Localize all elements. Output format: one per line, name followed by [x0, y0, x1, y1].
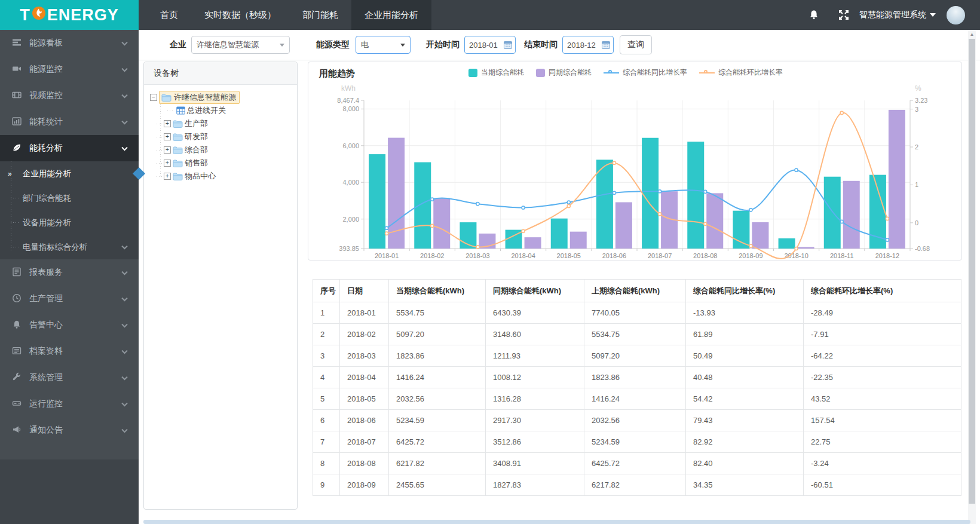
vertical-scrollbar[interactable]: ▲	[968, 30, 976, 524]
tree-root-selected[interactable]: 许继信息智慧能源	[159, 91, 240, 104]
table-row-6: 62018-065234.592917.302032.5679.43157.54	[313, 410, 961, 431]
sidebar-subitem-4[interactable]: 电量指标综合分析	[0, 235, 139, 259]
film-icon	[12, 90, 22, 102]
legend-item-2[interactable]: 同期综合能耗	[536, 68, 592, 78]
tree-root-node[interactable]: −许继信息智慧能源	[150, 91, 292, 104]
notification-bell-icon[interactable]	[808, 9, 820, 21]
sidebar-item-11[interactable]: 运行监控	[0, 391, 139, 417]
table-cell: 2018-04	[340, 367, 389, 388]
table-cell: 6425.72	[389, 431, 486, 453]
table-cell: 2018-06	[340, 410, 389, 431]
table-cell: 6425.72	[584, 453, 686, 474]
tree-node-6[interactable]: +物品中心	[154, 170, 292, 183]
tree-node-label: 物品中心	[185, 171, 216, 182]
scroll-up-arrow-icon[interactable]: ▲	[968, 30, 976, 38]
tree-node-5[interactable]: +销售部	[154, 157, 292, 170]
nav-tab-4[interactable]: 企业用能分析	[351, 0, 431, 30]
sidebar-item-6[interactable]: 报表服务	[0, 259, 139, 286]
sidebar-item-8[interactable]: 告警中心	[0, 312, 139, 338]
legend-swatch	[604, 69, 619, 77]
nav-tab-1[interactable]: 首页	[147, 0, 191, 30]
table-row-1: 12018-015534.756430.397740.05-13.93-28.4…	[313, 302, 961, 324]
table-cell: 61.89	[686, 324, 804, 345]
expand-icon[interactable]: +	[164, 120, 171, 127]
svg-text:393.85: 393.85	[339, 245, 359, 252]
trend-chart-card: 用能趋势 当期综合能耗同期综合能耗综合能耗同比增长率综合能耗环比增长率 393.…	[308, 62, 962, 261]
start-time-label: 开始时间	[426, 39, 460, 50]
sidebar-item-3[interactable]: 视频监控	[0, 82, 139, 109]
table-row-7: 72018-076425.723512.865234.5982.9222.75	[313, 431, 961, 453]
sidebar-item-label: 能耗分析	[29, 143, 63, 154]
user-avatar[interactable]	[947, 6, 965, 24]
nav-tab-3[interactable]: 部门能耗	[289, 0, 351, 30]
table-cell: 7740.05	[584, 302, 686, 324]
chevron-down-icon	[121, 294, 128, 304]
table-cell: 157.54	[804, 410, 961, 431]
table-cell: -3.24	[804, 453, 961, 474]
tree-node-4[interactable]: +综合部	[154, 143, 292, 157]
expand-icon[interactable]: +	[164, 160, 171, 167]
bar-当期综合能耗-2018-01	[369, 154, 385, 249]
start-date-input[interactable]: 2018-01	[464, 36, 516, 54]
sidebar-item-12[interactable]: 通知公告	[0, 417, 139, 443]
collapse-icon[interactable]: −	[150, 94, 157, 101]
legend-item-1[interactable]: 当期综合能耗	[468, 68, 524, 78]
tree-node-1[interactable]: 总进线开关	[154, 104, 292, 117]
sidebar-item-2[interactable]: 能源监控	[0, 56, 139, 82]
legend-label: 综合能耗环比增长率	[718, 68, 783, 78]
query-button[interactable]: 查询	[620, 35, 652, 54]
sidebar-subitem-2[interactable]: 部门综合能耗	[0, 186, 139, 210]
vertical-scrollbar-thumb[interactable]	[969, 39, 975, 504]
tree-node-label: 总进线开关	[187, 105, 226, 116]
table-cell: 1823.86	[389, 345, 486, 367]
chart-title: 用能趋势	[319, 68, 355, 79]
tree-node-label: 销售部	[185, 158, 208, 168]
svg-text:2: 2	[915, 143, 918, 151]
folder-icon	[173, 159, 183, 168]
table-cell: -60.51	[804, 474, 961, 496]
company-label: 企业	[170, 39, 186, 50]
table-row-9: 92018-092455.651827.836217.8234.35-60.51	[313, 474, 961, 496]
sidebar-item-10[interactable]: 系统管理	[0, 364, 139, 391]
table-cell: 1416.24	[389, 367, 486, 388]
svg-text:0: 0	[915, 219, 918, 226]
sidebar-subitem-1[interactable]: »企业用能分析	[0, 161, 139, 186]
end-date-input[interactable]: 2018-12	[562, 36, 614, 54]
bar-同期综合能耗-2018-11	[843, 181, 860, 249]
megaphone-icon	[12, 425, 22, 436]
sidebar-subitem-3[interactable]: 设备用能分析	[0, 210, 139, 235]
sidebar-item-1[interactable]: 能源看板	[0, 30, 139, 56]
chevron-down-icon	[121, 91, 128, 100]
table-cell: 2032.56	[584, 410, 686, 431]
svg-text:4,000: 4,000	[342, 179, 359, 186]
bar-同期综合能耗-2018-05	[570, 232, 587, 249]
sidebar-item-4[interactable]: 能耗统计	[0, 109, 139, 135]
tree-connector	[11, 198, 19, 198]
table-cell: 8	[313, 453, 340, 474]
svg-text:-0.68: -0.68	[915, 245, 930, 252]
energy-type-label: 能源类型	[316, 39, 350, 50]
horizontal-scrollbar[interactable]	[143, 520, 970, 524]
tree-connector	[167, 111, 174, 111]
system-name-menu[interactable]: 智慧能源管理系统	[859, 10, 936, 20]
expand-icon[interactable]: +	[164, 146, 171, 154]
legend-item-4[interactable]: 综合能耗环比增长率	[699, 68, 783, 78]
chevron-down-icon	[400, 44, 405, 47]
table-cell: 6217.82	[584, 474, 686, 496]
tree-node-2[interactable]: +生产部	[154, 117, 292, 130]
tree-node-3[interactable]: +研发部	[154, 130, 292, 143]
sidebar-item-7[interactable]: 生产管理	[0, 286, 139, 312]
nav-tab-2[interactable]: 实时数据（秒级）	[191, 0, 289, 30]
expand-icon[interactable]: +	[164, 133, 171, 140]
sidebar-item-5[interactable]: 能耗分析	[0, 135, 139, 161]
table-cell: 50.49	[686, 345, 804, 367]
legend-item-3[interactable]: 综合能耗同比增长率	[604, 68, 687, 78]
sidebar-item-label: 运行监控	[29, 399, 63, 409]
company-select[interactable]: 许继信息智慧能源	[191, 36, 290, 54]
energy-type-select[interactable]: 电	[356, 36, 411, 54]
main-content: 企业 许继信息智慧能源 能源类型 电 开始时间 2018-01 结束时间 201…	[139, 30, 980, 524]
sidebar-item-9[interactable]: 档案资料	[0, 338, 139, 364]
expand-icon[interactable]: +	[164, 173, 171, 180]
table-header-cell: 同期综合能耗(kWh)	[486, 280, 584, 302]
fullscreen-icon[interactable]	[838, 9, 850, 21]
